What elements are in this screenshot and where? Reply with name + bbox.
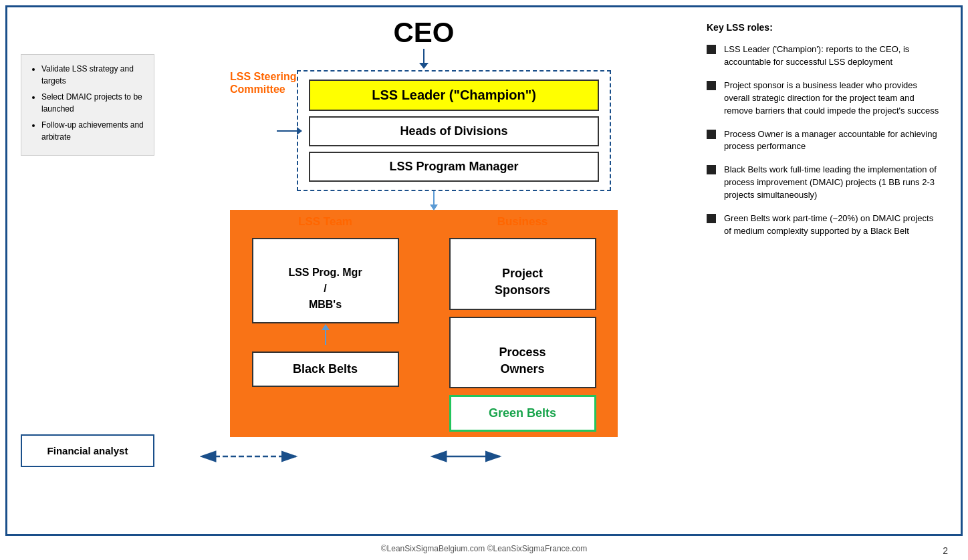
process-owners-label: Process Owners bbox=[499, 345, 546, 376]
champion-left-arrow bbox=[277, 130, 297, 132]
ceo-to-dashed-arrow bbox=[423, 49, 425, 63]
prog-mgr-mbb-box: LSS Prog. Mgr / MBB's bbox=[252, 238, 399, 323]
role-text-1: LSS Leader ('Champion'): reports to the … bbox=[724, 43, 941, 69]
key-roles-title: Key LSS roles: bbox=[707, 21, 941, 34]
footer-text: ©LeanSixSigmaBelgium.com ©LeanSixSigmaFr… bbox=[381, 544, 587, 553]
business-column: Business Project Sponsors Process Owners… bbox=[427, 210, 618, 437]
down-arrow-head bbox=[430, 204, 438, 211]
footer: ©LeanSixSigmaBelgium.com ©LeanSixSigmaFr… bbox=[0, 541, 968, 560]
role-text-2: Project sponsor is a business leader who… bbox=[724, 80, 941, 118]
bullet-list: Validate LSS strategy and targets Select… bbox=[31, 63, 144, 143]
program-manager-box: LSS Program Manager bbox=[309, 152, 599, 182]
left-panel: Validate LSS strategy and targets Select… bbox=[21, 14, 154, 527]
outer-border: Validate LSS strategy and targets Select… bbox=[5, 5, 963, 536]
steering-label: LSS Steering Committee bbox=[230, 70, 297, 96]
financial-analyst-box: Financial analyst bbox=[21, 434, 154, 467]
business-label: Business bbox=[497, 215, 548, 229]
prog-mgr-mbb-label: LSS Prog. Mgr / MBB's bbox=[288, 267, 362, 310]
lss-team-label: LSS Team bbox=[298, 215, 352, 229]
project-sponsors-label: Project Sponsors bbox=[495, 267, 550, 297]
champion-label: LSS Leader ("Champion") bbox=[372, 88, 536, 102]
green-belts-box: Green Belts bbox=[449, 395, 596, 432]
ceo-title: CEO bbox=[393, 17, 454, 48]
bullet-box: Validate LSS strategy and targets Select… bbox=[21, 54, 154, 156]
main-content: Validate LSS strategy and targets Select… bbox=[7, 7, 961, 534]
black-belts-box: Black Belts bbox=[252, 352, 399, 387]
role-item-5: Green Belts work part-time (~20%) on DMA… bbox=[707, 213, 941, 238]
black-belts-label: Black Belts bbox=[293, 362, 358, 376]
bullet-item-1: Validate LSS strategy and targets bbox=[41, 63, 144, 87]
green-belts-label: Green Belts bbox=[489, 406, 556, 420]
champion-box: LSS Leader ("Champion") bbox=[309, 80, 599, 111]
role-item-4: Black Belts work full-time leading the i… bbox=[707, 164, 941, 202]
role-item-1: LSS Leader ('Champion'): reports to the … bbox=[707, 43, 941, 69]
financial-analyst-label: Financial analyst bbox=[47, 445, 128, 456]
slide: Validate LSS strategy and targets Select… bbox=[0, 0, 968, 560]
bullet-square-3 bbox=[707, 130, 716, 139]
right-panel: Key LSS roles: LSS Leader ('Champion'): … bbox=[693, 14, 947, 527]
role-item-3: Process Owner is a manager accountable f… bbox=[707, 128, 941, 154]
bullet-square-5 bbox=[707, 214, 716, 223]
bullet-item-3: Follow-up achievements and arbitrate bbox=[41, 119, 144, 143]
process-owners-box: Process Owners bbox=[449, 317, 596, 389]
role-item-2: Project sponsor is a business leader who… bbox=[707, 80, 941, 118]
lss-team-column: LSS Team LSS Prog. Mgr / MBB's Black Bel… bbox=[230, 210, 420, 437]
up-arrow-container bbox=[235, 330, 415, 345]
orange-gap bbox=[420, 210, 427, 437]
role-text-3: Process Owner is a manager accountable f… bbox=[724, 128, 941, 154]
heads-of-divisions-box: Heads of Divisions bbox=[309, 116, 599, 146]
steering-committee-box: LSS Leader ("Champion") Heads of Divisio… bbox=[297, 70, 611, 191]
bullet-square-2 bbox=[707, 81, 716, 90]
page-number: 2 bbox=[943, 545, 948, 556]
role-text-5: Green Belts work part-time (~20%) on DMA… bbox=[724, 213, 941, 238]
center-panel: CEO LSS Steering Committee LSS Leader ("… bbox=[161, 14, 687, 527]
program-manager-label: LSS Program Manager bbox=[389, 160, 518, 173]
bullet-square-4 bbox=[707, 165, 716, 174]
project-sponsors-box: Project Sponsors bbox=[449, 238, 596, 310]
up-arrow-head bbox=[322, 324, 330, 330]
bullet-item-2: Select DMAIC projects to be launched bbox=[41, 91, 144, 115]
heads-of-divisions-label: Heads of Divisions bbox=[400, 124, 507, 138]
bullet-square-1 bbox=[707, 45, 716, 54]
orange-section: LSS Team LSS Prog. Mgr / MBB's Black Bel… bbox=[230, 210, 618, 437]
role-text-4: Black Belts work full-time leading the i… bbox=[724, 164, 941, 202]
